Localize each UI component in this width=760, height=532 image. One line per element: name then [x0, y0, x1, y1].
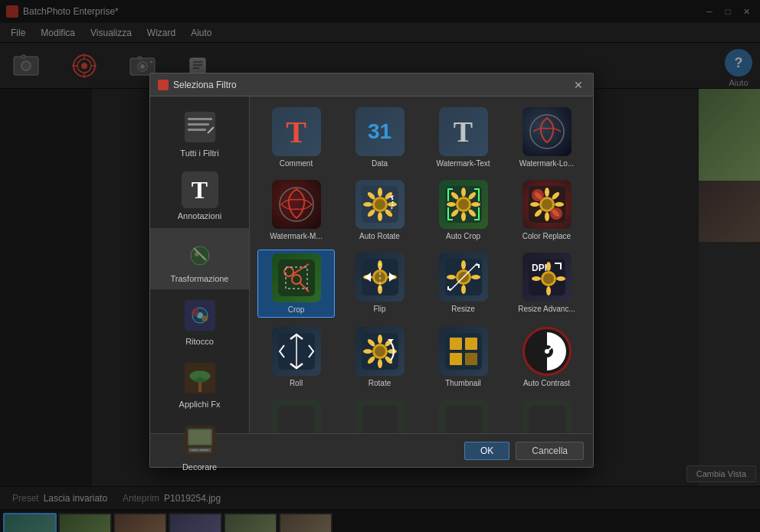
crop-label: Crop: [288, 305, 305, 314]
filter-rotate[interactable]: Rotate: [341, 324, 418, 390]
ok-button[interactable]: OK: [464, 442, 509, 460]
ritocco-label: Ritocco: [185, 337, 214, 346]
decorare-label: Decorare: [182, 462, 217, 472]
resize-advanced-icon: DPI: [522, 253, 572, 302]
svg-point-70: [461, 212, 466, 221]
svg-point-124: [388, 349, 397, 354]
svg-point-68: [471, 202, 480, 207]
svg-point-121: [375, 346, 385, 357]
resize-advanced-label: Resize Advanc...: [518, 305, 575, 313]
color-replace-label: Color Replace: [522, 232, 571, 240]
filter-auto-contrast[interactable]: Auto Contrast: [508, 324, 585, 390]
filter-resize[interactable]: Resize: [424, 250, 502, 318]
filter-cat-tutti[interactable]: Tutti i Filtri: [150, 103, 249, 164]
filter-row5-icon3: [439, 400, 488, 433]
svg-point-83: [530, 202, 539, 207]
svg-rect-132: [450, 338, 462, 350]
filter-cat-applichi-fx[interactable]: Applichi Fx: [150, 354, 249, 415]
filter-flip[interactable]: Flip: [341, 250, 418, 318]
filter-comment[interactable]: T Comment: [257, 104, 335, 171]
svg-rect-87: [278, 259, 315, 296]
watermark-text-label: Watermark-Text: [436, 159, 490, 168]
modal-titlebar: Seleziona Filtro ✕: [150, 73, 593, 96]
filter-resize-advanced[interactable]: DPI Resize Advanc...: [508, 250, 585, 318]
auto-rotate-icon: [355, 180, 405, 229]
svg-rect-134: [450, 353, 462, 365]
data-label: Data: [372, 159, 388, 168]
filter-row5-item1[interactable]: [257, 397, 335, 433]
applichi-fx-icon: [182, 360, 218, 397]
svg-point-115: [532, 276, 541, 281]
filter-data[interactable]: 31 Data: [341, 104, 418, 171]
svg-point-81: [545, 212, 549, 221]
svg-point-72: [447, 202, 456, 207]
svg-point-122: [378, 335, 382, 344]
svg-point-54: [378, 188, 382, 197]
cancel-button[interactable]: Cancella: [516, 442, 584, 460]
comment-label: Comment: [280, 159, 313, 168]
svg-point-76: [542, 199, 552, 210]
resize-label: Resize: [451, 305, 475, 313]
rotate-icon: [355, 327, 405, 376]
filter-row5-item3[interactable]: [424, 397, 502, 433]
filter-categories-sidebar: Tutti i Filtri T Annotazioni: [150, 96, 250, 433]
svg-rect-141: [362, 406, 398, 433]
svg-rect-143: [529, 406, 565, 433]
svg-rect-21: [185, 112, 215, 142]
filter-row5-icon1: [272, 400, 321, 433]
filter-roll[interactable]: Roll: [257, 324, 335, 390]
watermark-m-icon: [272, 180, 321, 229]
svg-rect-38: [198, 381, 201, 392]
filter-color-replace[interactable]: Color Replace: [508, 177, 585, 243]
annotazioni-label: Annotazioni: [178, 211, 222, 220]
modal-title-left: Seleziona Filtro: [158, 80, 237, 90]
data-icon: 31: [355, 107, 405, 156]
filter-watermark-text[interactable]: T Watermark-Text: [424, 104, 502, 171]
filter-auto-crop[interactable]: Auto Crop: [424, 177, 502, 243]
trasformazione-icon: [182, 234, 218, 271]
filter-cat-trasformazione[interactable]: Trasformazione: [150, 228, 249, 289]
svg-point-65: [458, 199, 469, 210]
filter-cat-decorare[interactable]: Decorare: [150, 416, 249, 478]
modal-close-button[interactable]: ✕: [572, 78, 585, 92]
svg-point-85: [532, 189, 544, 201]
svg-point-36: [201, 315, 208, 321]
svg-rect-22: [188, 118, 212, 120]
applichi-fx-label: Applichi Fx: [179, 400, 221, 409]
svg-point-111: [543, 273, 554, 284]
filter-row5-item2[interactable]: [341, 397, 418, 433]
svg-point-139: [545, 349, 549, 354]
ritocco-icon: [182, 297, 218, 334]
tutti-filtri-label: Tutti i Filtri: [180, 149, 218, 158]
filter-cat-annotazioni[interactable]: T Annotazioni: [150, 165, 249, 227]
svg-point-49: [530, 115, 564, 149]
filter-cat-ritocco[interactable]: Ritocco: [150, 291, 249, 352]
svg-point-53: [375, 199, 385, 210]
filter-watermark-m[interactable]: Watermark-M...: [257, 177, 335, 243]
filter-row5-item4[interactable]: [508, 397, 585, 433]
auto-crop-icon: [439, 180, 488, 229]
svg-rect-44: [189, 430, 211, 444]
svg-point-79: [555, 202, 564, 207]
svg-point-113: [556, 276, 565, 281]
watermark-text-icon: T: [439, 107, 488, 156]
svg-point-60: [363, 202, 372, 207]
modal-body: Tutti i Filtri T Annotazioni: [150, 96, 593, 433]
watermark-logo-icon: [522, 107, 572, 156]
filter-thumbnail[interactable]: Thumbnail: [424, 324, 502, 390]
filter-auto-rotate[interactable]: Auto Rotate: [341, 177, 418, 243]
filter-row5-icon4: [522, 400, 572, 433]
resize-icon: [439, 253, 488, 302]
filter-crop[interactable]: Crop: [257, 250, 335, 318]
filter-watermark-logo[interactable]: Watermark-Lo...: [508, 104, 585, 171]
trasformazione-label: Trasformazione: [170, 274, 228, 283]
svg-point-28: [191, 246, 209, 265]
filter-row5-icon2: [355, 400, 405, 433]
svg-point-58: [378, 212, 382, 221]
annotazioni-icon: T: [182, 171, 218, 208]
svg-point-35: [192, 308, 199, 316]
modal-title-text: Seleziona Filtro: [173, 80, 237, 90]
color-replace-icon: [522, 180, 572, 229]
auto-rotate-label: Auto Rotate: [359, 232, 400, 240]
svg-point-105: [471, 275, 480, 279]
